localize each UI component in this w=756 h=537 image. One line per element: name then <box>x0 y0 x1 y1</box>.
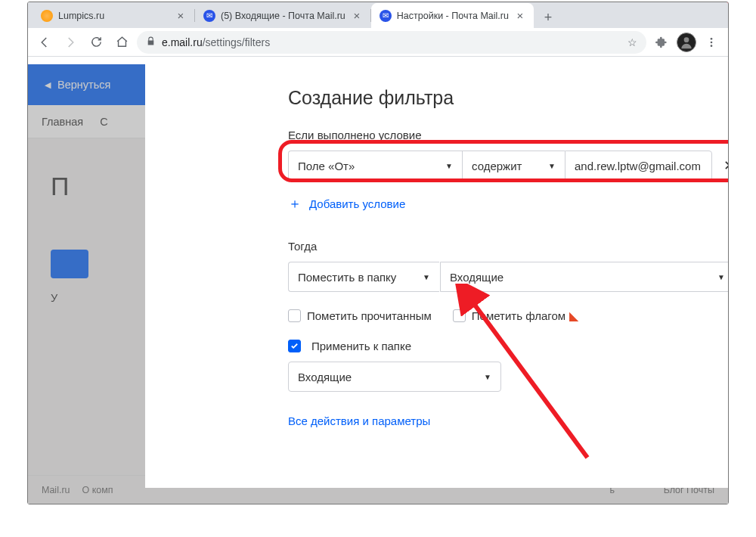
profile-avatar[interactable] <box>677 33 696 52</box>
modal-body: ✕ Создание фильтра Если выполнено услови… <box>262 64 729 488</box>
modal-title: Создание фильтра <box>288 87 729 109</box>
apply-folder-select[interactable]: Входящие▼ <box>288 362 501 392</box>
condition-value-input[interactable]: and.rew.lptw@gmail.com <box>565 151 712 181</box>
action-row: Поместить в папку▼ Входящие▼ <box>288 262 729 292</box>
chevron-down-icon: ▼ <box>445 162 453 170</box>
svg-point-4 <box>684 37 689 42</box>
tab-inbox[interactable]: ✉ (5) Входящие - Почта Mail.ru × <box>195 3 370 28</box>
extensions-button[interactable] <box>651 32 672 53</box>
tab-title: (5) Входящие - Почта Mail.ru <box>221 11 345 21</box>
favicon-icon: ✉ <box>203 10 215 22</box>
svg-point-7 <box>711 45 713 47</box>
flag-icon: ◣ <box>569 309 578 323</box>
then-section-label: Тогда <box>288 240 729 253</box>
tab-lumpics[interactable]: Lumpics.ru × <box>33 3 194 28</box>
select-value: содержит <box>472 160 522 172</box>
condition-row: Поле «От»▼ содержит▼ and.rew.lptw@gmail.… <box>288 151 729 181</box>
favicon-icon <box>41 10 53 22</box>
back-button[interactable] <box>34 32 55 53</box>
close-icon[interactable]: × <box>514 10 526 22</box>
menu-button[interactable] <box>701 32 722 53</box>
favicon-icon: ✉ <box>380 10 392 22</box>
chevron-down-icon: ▼ <box>423 273 430 281</box>
checkbox-icon <box>288 309 301 322</box>
mark-read-checkbox[interactable]: Пометить прочитанным <box>288 309 432 322</box>
condition-field-select[interactable]: Поле «От»▼ <box>288 151 462 181</box>
add-condition-button[interactable]: ＋ Добавить условие <box>288 194 729 213</box>
new-tab-button[interactable]: + <box>538 7 559 28</box>
svg-point-5 <box>711 38 713 40</box>
browser-window: Lumpics.ru × ✉ (5) Входящие - Почта Mail… <box>27 2 729 504</box>
chevron-down-icon: ▼ <box>717 273 725 281</box>
select-value: Поле «От» <box>298 160 355 172</box>
browser-toolbar: e.mail.ru/settings/filters ☆ <box>28 28 728 57</box>
checkbox-row: Пометить прочитанным Пометить флагом◣ <box>288 309 729 323</box>
checkbox-label: Пометить прочитанным <box>307 309 432 322</box>
url-host: e.mail.ru <box>162 36 203 48</box>
address-bar[interactable]: e.mail.ru/settings/filters ☆ <box>137 31 646 54</box>
select-value: Входящие <box>450 271 503 284</box>
tab-settings[interactable]: ✉ Настройки - Почта Mail.ru × <box>371 3 534 28</box>
condition-operator-select[interactable]: содержит▼ <box>462 151 565 181</box>
star-icon[interactable]: ☆ <box>627 36 637 48</box>
svg-point-6 <box>711 41 713 43</box>
condition-section-label: Если выполнено условие <box>288 129 729 141</box>
action-folder-select[interactable]: Входящие▼ <box>440 262 729 292</box>
home-button[interactable] <box>111 32 132 53</box>
select-value: Поместить в папку <box>298 271 396 284</box>
action-select[interactable]: Поместить в папку▼ <box>288 262 439 292</box>
checkbox-label: Пометить флагом <box>472 309 565 322</box>
apply-folder-checkbox[interactable]: Применить к папке <box>288 340 729 352</box>
tab-title: Lumpics.ru <box>58 11 104 21</box>
select-value: Входящие <box>298 371 352 383</box>
mark-flag-checkbox[interactable]: Пометить флагом◣ <box>453 309 578 323</box>
url-path: /settings/filters <box>203 36 270 48</box>
chevron-down-icon: ▼ <box>484 373 491 381</box>
close-icon[interactable]: × <box>351 10 363 22</box>
plus-icon: ＋ <box>288 194 302 213</box>
reload-button[interactable] <box>85 32 107 53</box>
checkbox-label: Применить к папке <box>311 340 411 352</box>
all-actions-link[interactable]: Все действия и параметры <box>288 414 729 427</box>
checkbox-checked-icon <box>288 340 301 352</box>
chevron-down-icon: ▼ <box>548 162 556 170</box>
close-icon[interactable]: × <box>175 10 187 22</box>
lock-icon <box>146 36 156 48</box>
tab-strip: Lumpics.ru × ✉ (5) Входящие - Почта Mail… <box>28 2 728 28</box>
forward-button[interactable] <box>60 32 81 53</box>
checkbox-icon <box>453 309 466 322</box>
modal-overlay: ▲ ▼ ✕ Создание фильтра Если выполнено ус… <box>28 64 728 504</box>
add-condition-label: Добавить условие <box>309 197 405 210</box>
input-value: and.rew.lptw@gmail.com <box>575 160 701 172</box>
modal: ▲ ▼ ✕ Создание фильтра Если выполнено ус… <box>145 64 677 488</box>
remove-condition-button[interactable]: ✕ <box>714 151 729 181</box>
tab-title: Настройки - Почта Mail.ru <box>397 11 509 21</box>
